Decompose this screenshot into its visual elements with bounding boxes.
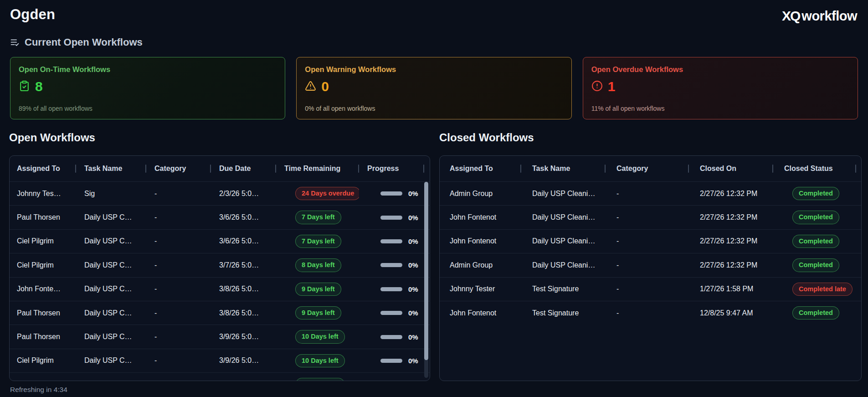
column-category: Category	[154, 165, 186, 173]
card-open-overdue: Open Overdue Workflows 1 11% of all open…	[583, 57, 858, 119]
section-heading: Current Open Workflows	[10, 36, 143, 48]
table-row[interactable]: Paul Thorsen Daily USP C… - 3/8/26 5:0… …	[10, 301, 430, 325]
scrollbar-thumb[interactable]	[424, 182, 428, 360]
closed-workflows-table: Assigned To Task Name Category Closed On…	[439, 155, 862, 381]
open-workflows-panel: Open Workflows Assigned To Task Name Cat…	[9, 131, 430, 381]
logo-mark: XQ	[782, 8, 800, 24]
column-category: Category	[616, 165, 648, 173]
table-row[interactable]: Johnny Tes… Sig - 2/3/26 5:0… 24 Days ov…	[10, 181, 430, 205]
time-remaining-badge: 9 Days left	[295, 306, 341, 320]
progress-bar	[380, 191, 402, 196]
progress-value: 0%	[408, 237, 418, 245]
time-remaining-badge: 24 Days overdue	[295, 187, 359, 200]
card-open-warning: Open Warning Workflows 0 0% of all open …	[296, 57, 571, 119]
time-remaining-badge: 8 Days left	[295, 258, 341, 272]
closed-status-badge: Completed late	[792, 283, 853, 296]
closed-status-badge: Completed	[792, 235, 839, 248]
column-closed-on: Closed On	[700, 165, 736, 173]
card-value: 8	[35, 79, 43, 94]
progress-value: 0%	[408, 285, 418, 293]
table-row[interactable]: Johnny Tester Test Signature - 1/27/26 1…	[440, 277, 861, 301]
progress-bar	[380, 311, 402, 315]
column-task-name: Task Name	[84, 165, 122, 173]
dashboard: Ogden XQ workflow Current Open Workflows…	[0, 0, 868, 397]
table-row[interactable]: Paul Thorsen Daily USP C… - 3/6/26 5:0… …	[10, 205, 430, 229]
closed-status-badge: Completed	[792, 258, 839, 272]
progress-bar	[380, 216, 402, 220]
list-check-icon	[10, 38, 20, 47]
time-remaining-badge: 10 Days left	[295, 354, 345, 367]
table-row[interactable]: John Fontenot Test Signature - 12/8/25 9…	[440, 301, 861, 325]
table-row[interactable]: Ciel Pilgrim Daily USP C… - 3/7/26 5:0… …	[10, 253, 430, 277]
progress-value: 0%	[408, 261, 418, 269]
closed-status-badge: Completed	[792, 211, 839, 224]
closed-status-badge: Completed	[792, 306, 839, 320]
time-remaining-badge: 7 Days left	[295, 235, 341, 248]
column-time-remaining: Time Remaining	[284, 165, 340, 173]
card-subtext: 89% of all open workflows	[19, 105, 277, 112]
brand-logo: XQ workflow	[782, 8, 857, 24]
card-value: 1	[608, 79, 616, 94]
column-divider	[423, 165, 424, 173]
table-row[interactable]: Paul Thorsen Daily USP C… - 3/9/26 5:0… …	[10, 372, 430, 381]
warning-triangle-icon	[305, 80, 316, 93]
table-row[interactable]: Ciel Pilgrim Daily USP C… - 3/9/26 5:0… …	[10, 349, 430, 372]
progress-bar	[380, 359, 402, 363]
closed-workflows-title: Closed Workflows	[439, 131, 862, 144]
alert-circle-icon	[591, 80, 603, 93]
progress-value: 0%	[408, 381, 418, 381]
progress-bar	[380, 239, 402, 243]
table-scrollbar	[424, 182, 428, 378]
table-row[interactable]: Admin Group Daily USP Cleani… - 2/27/26 …	[440, 181, 861, 205]
card-value: 0	[321, 79, 329, 94]
section-title: Current Open Workflows	[25, 36, 143, 48]
time-remaining-badge: 9 Days left	[295, 283, 341, 296]
table-row[interactable]: John Fontenot Daily USP Cleani… - 2/27/2…	[440, 229, 861, 253]
summary-cards: Open On-Time Workflows 8 89% of all open…	[10, 57, 858, 119]
column-task-name: Task Name	[532, 165, 570, 173]
card-open-on-time: Open On-Time Workflows 8 89% of all open…	[10, 57, 285, 119]
table-row[interactable]: Paul Thorsen Daily USP C… - 3/9/26 5:0… …	[10, 325, 430, 348]
progress-value: 0%	[408, 214, 418, 222]
table-header: Assigned To Task Name Category Closed On…	[440, 156, 861, 181]
open-workflows-title: Open Workflows	[9, 131, 430, 144]
time-remaining-badge: 10 Days left	[295, 330, 345, 343]
time-remaining-badge: 10 Days left	[295, 378, 345, 381]
progress-value: 0%	[408, 190, 418, 197]
progress-bar	[380, 335, 402, 339]
card-subtext: 11% of all open workflows	[591, 105, 849, 112]
progress-bar	[380, 263, 402, 267]
table-row[interactable]: John Fontenot Daily USP Cleani… - 2/27/2…	[440, 205, 861, 229]
card-title: Open Warning Workflows	[305, 65, 563, 74]
table-header: Assigned To Task Name Category Due Date …	[10, 156, 430, 181]
table-row[interactable]: Ciel Pilgrim Daily USP C… - 3/6/26 5:0… …	[10, 229, 430, 253]
table-row[interactable]: John Fonte… Daily USP C… - 3/8/26 5:0… 9…	[10, 277, 430, 301]
logo-word: workflow	[801, 9, 857, 24]
progress-value: 0%	[408, 309, 418, 317]
page-title: Ogden	[10, 6, 55, 23]
refresh-countdown: Refreshing in 4:34	[10, 386, 67, 394]
card-subtext: 0% of all open workflows	[305, 105, 563, 112]
clipboard-check-icon	[19, 80, 30, 93]
column-progress: Progress	[367, 165, 399, 173]
closed-workflows-panel: Closed Workflows Assigned To Task Name C…	[439, 131, 862, 381]
progress-value: 0%	[408, 357, 418, 365]
card-title: Open Overdue Workflows	[591, 65, 849, 74]
column-assigned-to: Assigned To	[450, 165, 493, 173]
progress-value: 0%	[408, 333, 418, 341]
column-due-date: Due Date	[219, 165, 251, 173]
column-assigned-to: Assigned To	[17, 165, 60, 173]
column-closed-status: Closed Status	[784, 165, 833, 173]
progress-bar	[380, 287, 402, 291]
card-title: Open On-Time Workflows	[19, 65, 277, 74]
time-remaining-badge: 7 Days left	[295, 211, 341, 224]
column-divider	[855, 165, 856, 173]
table-row[interactable]: Admin Group Daily USP Cleani… - 2/27/26 …	[440, 253, 861, 277]
open-workflows-table: Assigned To Task Name Category Due Date …	[9, 155, 430, 381]
closed-status-badge: Completed	[792, 187, 839, 200]
